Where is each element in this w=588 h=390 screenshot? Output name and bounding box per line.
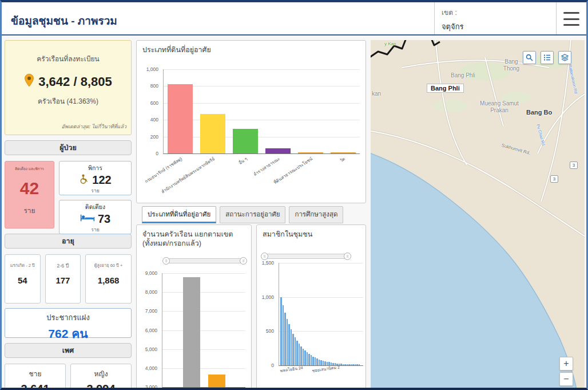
slider-handle-right[interactable]: ||	[240, 257, 247, 265]
place-label-mueang-samut-prakan: Mueang Samut Prakan	[474, 100, 525, 113]
registered-households-card: ครัวเรือนที่ลงทะเบียน 3,642 / 8,805 ครัว…	[5, 40, 132, 135]
registered-label: ครัวเรือนที่ลงทะเบียน	[5, 53, 131, 64]
chart-bar	[348, 364, 350, 365]
wheelchair-icon	[79, 174, 89, 187]
chart-bar	[356, 364, 358, 365]
age-label: ผู้สูงอายุ 60 ปี +	[86, 262, 131, 269]
charts-column: ประเภทที่ดินที่อยู่อาศัย 02004006008001,…	[136, 40, 366, 388]
age-value: 1,868	[86, 275, 131, 285]
male-value: 3,641	[5, 383, 65, 390]
female-label: หญิง	[71, 368, 131, 379]
chart-bar	[343, 364, 344, 365]
chart-bar	[265, 148, 291, 153]
age-card-newborn: แรกเกิด - 2 ปี 54	[5, 254, 41, 304]
y-tick-label: 9,000	[145, 270, 157, 276]
y-tick-label: 200	[150, 134, 158, 140]
hidden-population-card: ประชากรแฝง 762 คน	[5, 308, 132, 338]
map-base-layer	[371, 40, 585, 388]
y-tick-label: 8,000	[145, 289, 157, 295]
district-value: จตุจักร	[442, 21, 549, 33]
chart-bar	[347, 364, 348, 365]
gender-row: ชาย 3,641 หญิง 3,994	[5, 364, 132, 390]
chart-bar	[344, 364, 346, 365]
bedridden-unit: ราย	[59, 226, 131, 234]
y-tick-label: 1,000	[262, 294, 274, 300]
sidebar: ครัวเรือนที่ลงทะเบียน 3,642 / 8,805 ครัว…	[5, 40, 132, 390]
place-label-bang-phli-selected: Bang Phli	[427, 84, 464, 93]
bedridden-card: ติดเตียง 73 ราย	[59, 200, 132, 234]
chart-bar	[280, 297, 282, 365]
x-category-label: สำนักงานทรัพย์สินพระมหากษัตริย์	[150, 155, 216, 202]
y-tick-label: 1,000	[146, 66, 158, 72]
map-legend-button[interactable]	[541, 51, 554, 64]
community-members-chart-card: สมาชิกในชุมชน || || 05001,0001,500 พหลโย…	[256, 224, 366, 390]
chart-bar	[295, 337, 296, 365]
chart-bar	[233, 129, 258, 153]
patients-section-button[interactable]: ผู้ป่วย	[5, 140, 132, 155]
map-canvas[interactable]: y Kan Bang Phli Bang Phli Bang Thong Mue…	[371, 40, 585, 388]
female-value: 3,994	[71, 383, 131, 390]
last-updated-text: อัพเดตล่าสุด: ไม่กี่วินาทีที่แล้ว	[62, 123, 126, 131]
chart-bar	[355, 364, 356, 365]
homebound-label: ติดเตียง และพิการ	[5, 166, 54, 172]
age-label: แรกเกิด - 2 ปี	[5, 262, 40, 269]
chart-bar	[311, 355, 312, 365]
slider-handle-left[interactable]: ||	[261, 253, 268, 260]
chart-tabs: ประเภทที่ดินที่อยู่อาศัย สถานะการอยู่อาศ…	[142, 206, 343, 223]
homebound-disabled-card: ติดเตียง และพิการ 42 ราย	[5, 161, 54, 229]
tab-residence-status[interactable]: สถานะการอยู่อาศัย	[220, 206, 285, 223]
chart-range-slider[interactable]: || ||	[163, 258, 247, 263]
chart-range-slider[interactable]: || ||	[261, 254, 351, 259]
age-card-elderly: ผู้สูงอายุ 60 ปี + 1,868	[85, 254, 132, 304]
chart-bar	[359, 364, 360, 365]
slider-handle-right[interactable]: ||	[344, 253, 351, 260]
chart-bar	[304, 350, 306, 365]
chart-bar	[283, 305, 284, 365]
patients-row: ติดเตียง และพิการ 42 ราย พิการ 122 ราย	[5, 161, 132, 229]
district-label: เขต :	[442, 7, 549, 18]
tab-land-type[interactable]: ประเภทที่ดินที่อยู่อาศัย	[142, 206, 216, 223]
y-tick-label: 3,000	[145, 384, 157, 390]
map-layers-button[interactable]	[558, 51, 571, 64]
road-label-kanchanaphisek: y Kan	[384, 41, 396, 46]
y-tick-label: 0	[271, 363, 274, 368]
district-selector[interactable]: เขต : จตุจักร	[434, 2, 557, 34]
chart-bar	[324, 361, 326, 365]
header: ข้อมูลชุมชน - ภาพรวม เขต : จตุจักร	[2, 2, 586, 36]
chart-bar	[331, 152, 356, 153]
tab-highest-education[interactable]: การศึกษาสูงสุด	[289, 206, 343, 223]
y-tick-label: 6,000	[145, 328, 157, 333]
place-label-bang-bo: Bang Bo	[526, 109, 552, 116]
male-label: ชาย	[5, 368, 65, 379]
y-axis: 05001,0001,500	[257, 263, 277, 365]
chart-bar	[308, 354, 310, 365]
registered-value: 3,642 / 8,805	[38, 74, 112, 89]
disabled-label: พิการ	[59, 163, 131, 173]
age-section-button[interactable]: อายุ	[5, 234, 132, 249]
chart-bar	[298, 152, 323, 153]
slider-handle-left[interactable]: ||	[162, 257, 170, 265]
zoom-in-button[interactable]: +	[559, 357, 573, 371]
chart-bar	[351, 364, 352, 365]
map-search-button[interactable]	[523, 51, 536, 64]
female-card: หญิง 3,994	[70, 364, 132, 390]
zoom-out-button[interactable]: −	[559, 372, 573, 386]
chart-bar	[300, 346, 302, 365]
chart-plot	[279, 263, 363, 366]
chart-bar	[303, 349, 304, 365]
place-label-bang-thong: Bang Thong	[499, 58, 524, 72]
chart-title: สมาชิกในชุมชน	[257, 225, 365, 239]
chart-bar	[291, 329, 292, 365]
y-axis: 3,0004,0005,0006,0007,0008,0009,000	[137, 273, 161, 387]
age-value: 54	[5, 275, 40, 285]
hidden-population-value: 762 คน	[5, 324, 131, 343]
homebound-unit: ราย	[5, 205, 54, 216]
households-chart-card: จำนวนครัวเรือน แยกตามเขต (ทั้งหมด/กรอกแล…	[136, 224, 252, 390]
chart-bar	[183, 277, 200, 387]
menu-icon[interactable]	[563, 12, 579, 26]
age-value: 177	[46, 275, 81, 285]
chart-bar	[307, 352, 308, 365]
gender-section-button[interactable]: เพศ	[5, 343, 132, 358]
male-card: ชาย 3,641	[5, 364, 66, 390]
homebound-value: 42	[5, 179, 54, 198]
